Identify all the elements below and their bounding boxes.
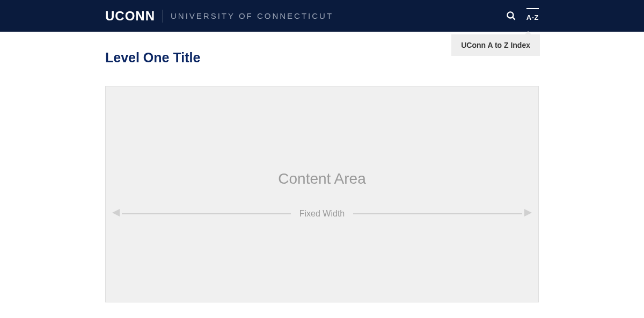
az-index-button[interactable]: A-Z <box>526 10 539 21</box>
svg-line-1 <box>513 17 515 20</box>
header-right: A-Z <box>506 10 644 21</box>
university-name: UNIVERSITY OF CONNECTICUT <box>171 11 333 20</box>
content-area: Content Area Fixed Width <box>105 86 539 302</box>
arrow-left-icon <box>112 209 122 219</box>
content-area-label: Content Area <box>278 170 365 187</box>
header: UCONN UNIVERSITY OF CONNECTICUT A-Z <box>0 0 644 32</box>
indicator-line-right <box>353 213 522 214</box>
fixed-width-indicator: Fixed Width <box>106 209 538 219</box>
content: Level One Title Content Area Fixed Width <box>0 32 644 302</box>
az-tooltip[interactable]: UConn A to Z Index <box>451 34 540 56</box>
header-left: UCONN UNIVERSITY OF CONNECTICUT <box>0 9 333 24</box>
search-icon[interactable] <box>506 11 517 21</box>
svg-point-0 <box>508 12 514 18</box>
indicator-line-left <box>122 213 291 214</box>
uconn-logo[interactable]: UCONN <box>105 9 155 24</box>
logo-divider <box>163 10 163 23</box>
fixed-width-label: Fixed Width <box>291 209 353 219</box>
svg-marker-2 <box>112 209 120 216</box>
svg-marker-3 <box>524 209 532 216</box>
arrow-right-icon <box>522 209 532 219</box>
